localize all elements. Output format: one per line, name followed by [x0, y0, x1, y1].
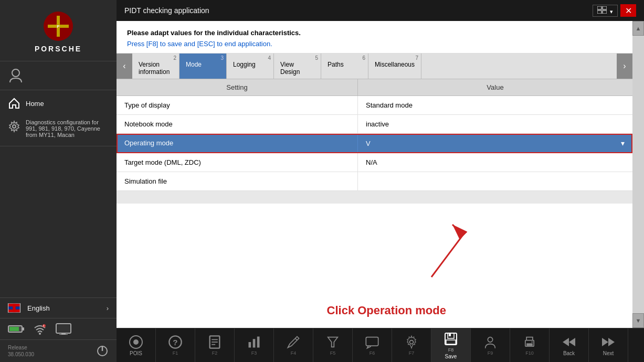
value-type-display: Standard mode [358, 96, 632, 114]
svg-point-15 [39, 333, 41, 335]
grid-view-button[interactable]: ▾ [593, 5, 618, 17]
brand-name: PORSCHE [35, 45, 82, 53]
save-label: Save [445, 354, 457, 359]
language-label: English [27, 304, 50, 312]
language-selector[interactable]: English › [0, 297, 117, 318]
main-panel: PIDT checking application ▾ ✕ Please ada… [117, 0, 644, 362]
tab-label-version: Versioninformation [139, 61, 170, 76]
operating-mode-value: V [366, 140, 371, 147]
toolbar-f1-button[interactable]: ? F1 [156, 328, 195, 363]
pois-label: POIS [130, 350, 142, 356]
close-button[interactable]: ✕ [620, 4, 636, 17]
release-label: Release [8, 344, 34, 351]
setting-target-mode: Target mode (DML, ZDC) [117, 153, 358, 172]
scroll-down-button[interactable]: ▼ [632, 313, 644, 328]
porsche-crest-icon: P [43, 10, 74, 42]
tabs-prev-button[interactable]: ‹ [117, 54, 132, 79]
svg-rect-20 [61, 333, 66, 334]
annotation-arrow [300, 209, 484, 288]
setting-operating-mode: Operating mode [117, 134, 358, 153]
tab-number-6: 6 [362, 55, 365, 61]
svg-rect-38 [253, 339, 256, 347]
toolbar-f3-button[interactable]: F3 [235, 328, 274, 363]
toolbar-f5-button[interactable]: F5 [313, 328, 353, 363]
value-simulation-file [358, 172, 632, 190]
wifi-icon: ! [33, 323, 47, 335]
tab-view-design[interactable]: 5 ViewDesign [274, 54, 321, 79]
app-title: PIDT checking application [124, 6, 209, 15]
tab-label-view-design: ViewDesign [280, 61, 300, 76]
release-version: 38.050.030 [8, 351, 34, 358]
pois-icon [129, 335, 143, 349]
svg-rect-24 [597, 6, 601, 9]
filter-icon [325, 335, 340, 349]
table-row[interactable]: Target mode (DML, ZDC) N/A [117, 153, 632, 172]
setting-notebook-mode: Notebook mode [117, 115, 358, 133]
dropdown-arrow-icon: ▾ [621, 139, 625, 147]
tab-number-4: 4 [268, 55, 271, 61]
instructions-panel: Please adapt values for the individual c… [117, 21, 632, 54]
language-flag [8, 303, 20, 313]
power-icon[interactable] [96, 345, 109, 357]
pencil-icon [286, 335, 301, 349]
svg-text:!: ! [43, 324, 45, 328]
svg-rect-14 [23, 327, 24, 331]
table-row[interactable]: Type of display Standard mode [117, 96, 632, 115]
print-icon [522, 335, 537, 349]
tab-paths[interactable]: 6 Paths [321, 54, 368, 79]
toolbar-f2-button[interactable]: F2 [195, 328, 235, 363]
toolbar-save-button[interactable]: F8 Save [431, 328, 471, 363]
chat-icon [365, 335, 379, 349]
table-row[interactable]: Simulation file [117, 172, 632, 191]
table-row[interactable]: Notebook mode inactive [117, 115, 632, 134]
svg-rect-25 [603, 6, 607, 9]
toolbar-back-button[interactable]: Back [550, 328, 589, 363]
svg-text:?: ? [173, 338, 177, 347]
settings-small-icon [404, 335, 419, 349]
toolbar-f10-button[interactable]: F10 [510, 328, 550, 363]
svg-point-30 [133, 339, 139, 345]
tab-label-mode: Mode [186, 61, 202, 68]
home-label: Home [26, 100, 44, 108]
svg-text:P: P [57, 24, 60, 29]
tabs-next-button[interactable]: › [617, 54, 632, 79]
monitor-icon [55, 323, 72, 335]
tab-version-information[interactable]: 2 Versioninformation [132, 54, 180, 79]
f4-label: F4 [291, 350, 297, 356]
tab-number-2: 2 [173, 55, 176, 61]
tab-logging[interactable]: 4 Logging [227, 54, 274, 79]
home-icon [8, 97, 20, 110]
table-row-operating-mode[interactable]: Operating mode V ▾ [117, 134, 632, 153]
help-icon: ? [168, 335, 183, 349]
f6-label: F6 [369, 350, 375, 356]
sidebar-nav: Home Diagnostics configuration for 991, … [0, 90, 117, 146]
sidebar-item-diagnostics[interactable]: Diagnostics configuration for 991, 981, … [0, 114, 117, 143]
title-controls: ▾ ✕ [593, 4, 636, 17]
settings-table: Setting Value Type of display Standard m… [117, 79, 632, 204]
svg-rect-13 [9, 327, 19, 331]
f5-label: F5 [330, 350, 336, 356]
tab-mode[interactable]: 3 Mode [180, 54, 227, 79]
toolbar-next-button[interactable]: Next [589, 328, 628, 363]
language-arrow-icon: › [107, 304, 109, 312]
battery-icon [8, 324, 25, 334]
instructions-sub: Press [F8] to save and [ESC] to end appl… [127, 40, 622, 48]
next-label: Next [603, 350, 614, 356]
sidebar-item-home[interactable]: Home [0, 93, 117, 114]
f7-label: F7 [409, 350, 415, 356]
grid-dropdown-icon: ▾ [610, 8, 613, 15]
scroll-up-button[interactable]: ▲ [632, 21, 644, 36]
f1-label: F1 [173, 350, 178, 356]
svg-line-40 [295, 338, 298, 340]
f8-label: F8 [448, 347, 454, 353]
setting-type-display: Type of display [117, 96, 358, 114]
toolbar-f7-button[interactable]: F7 [392, 328, 431, 363]
toolbar-f6-button[interactable]: F6 [353, 328, 392, 363]
svg-point-5 [12, 69, 19, 77]
toolbar-f9-button[interactable]: F9 [471, 328, 510, 363]
tab-miscellaneous[interactable]: 7 Miscellaneous [368, 54, 421, 79]
toolbar-f4-button[interactable]: F4 [274, 328, 313, 363]
svg-rect-47 [446, 340, 456, 344]
toolbar-pois-button[interactable]: POIS [117, 328, 156, 363]
save-icon [444, 332, 458, 346]
